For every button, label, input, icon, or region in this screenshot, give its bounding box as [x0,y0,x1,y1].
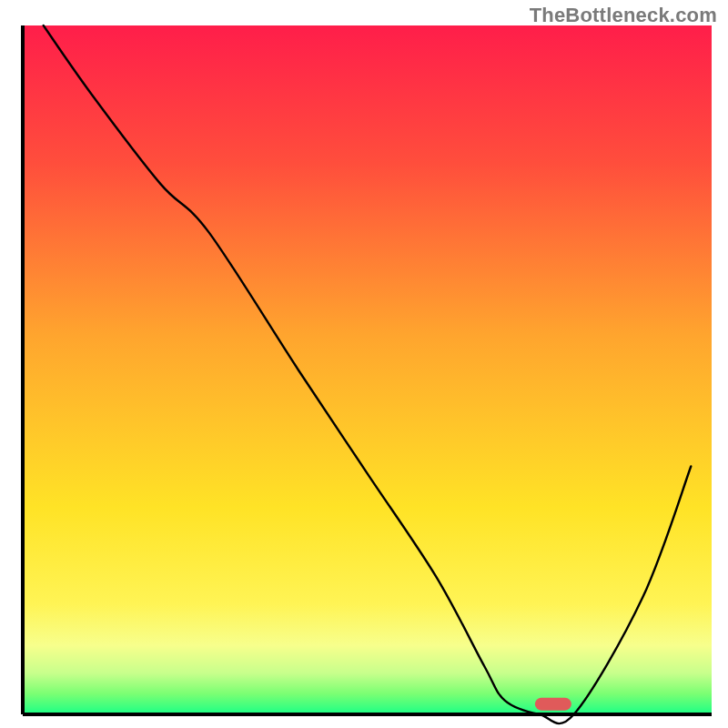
chart-plot-area [23,25,712,714]
bottleneck-chart [0,0,728,728]
optimal-marker [535,698,571,711]
